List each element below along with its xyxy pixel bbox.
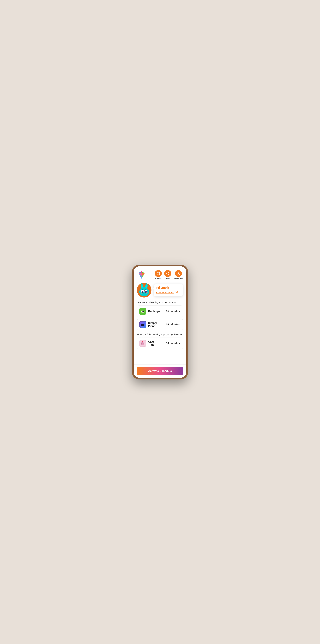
svg-rect-54 [142,324,143,326]
free-time-label: When you finish learning apps, you get f… [137,333,183,336]
nibbles-avatar [137,283,151,298]
svg-point-44 [144,311,144,312]
bottom-section: Activate Schedule [134,364,186,378]
svg-rect-6 [142,272,143,273]
svg-point-43 [142,311,142,312]
svg-point-42 [143,311,144,312]
phone-screen: Schedule ? Help [134,266,186,378]
nav-item-parent-zone[interactable]: Parent Zone [174,270,183,280]
svg-point-28 [145,290,147,292]
speech-bubble: Hi Jack, Chat with Nibbles [154,284,183,296]
nav-item-help[interactable]: ? Help [164,270,171,280]
svg-point-33 [146,292,148,294]
activity-left-duolingo: Duolingo [137,306,163,317]
svg-text:?: ? [167,272,168,274]
svg-rect-4 [141,271,142,273]
help-label: Help [166,278,170,280]
screen-content: Schedule ? Help [134,266,186,364]
svg-point-15 [158,274,159,274]
schedule-label: Schedule [155,278,162,280]
chat-with-nibbles-link[interactable]: Chat with Nibbles [156,291,181,294]
svg-rect-5 [139,272,141,273]
svg-rect-55 [143,324,144,326]
nav-item-schedule[interactable]: Schedule [155,270,162,280]
header-nav: Schedule ? Help [155,270,183,280]
activity-card-piano[interactable]: ✦ Simply Piano [137,319,183,330]
svg-point-23 [139,287,149,296]
svg-point-32 [141,292,142,294]
cake-name: Cake Time [148,340,160,346]
duolingo-icon [139,308,146,315]
parent-zone-label: Parent Zone [174,278,183,280]
piano-icon: ✦ [139,321,146,328]
svg-point-41 [142,311,143,312]
activity-left-cake: Cake Time [137,338,163,349]
phone-frame: Schedule ? Help [132,265,188,380]
duolingo-time: 15 minutes [163,310,183,313]
svg-point-30 [146,291,147,291]
greeting-text: Hi Jack, [156,286,181,290]
duolingo-name: Duolingo [148,310,160,313]
app-logo [137,270,146,280]
activity-card-duolingo[interactable]: Duolingo 15 minutes [137,306,183,317]
svg-text:✦: ✦ [141,322,142,324]
piano-name: Simply Piano [148,322,160,328]
chat-message-icon [175,291,178,294]
svg-point-31 [143,292,145,293]
svg-point-12 [158,274,159,274]
piano-time: 15 minutes [163,323,183,326]
learning-section-label: Here are your learning activities for to… [137,301,183,304]
activity-left-piano: ✦ Simply Piano [137,319,163,330]
svg-rect-52 [144,324,144,326]
cake-icon [139,340,146,347]
cake-time: 30 minutes [163,342,183,345]
svg-point-27 [142,290,143,292]
svg-rect-34 [175,291,178,293]
svg-point-14 [157,274,158,274]
parent-zone-icon [175,270,182,277]
svg-point-13 [159,274,159,274]
svg-rect-53 [141,324,142,326]
help-icon: ? [164,270,171,277]
svg-point-11 [157,274,158,274]
svg-point-46 [142,312,144,314]
nibbles-section: Hi Jack, Chat with Nibbles [137,283,183,298]
activity-card-cake[interactable]: Cake Time 30 minutes [137,338,183,349]
svg-point-18 [178,272,179,274]
activate-schedule-button[interactable]: Activate Schedule [137,367,183,375]
header: Schedule ? Help [137,270,183,280]
schedule-icon [155,270,162,277]
svg-point-29 [143,291,143,291]
